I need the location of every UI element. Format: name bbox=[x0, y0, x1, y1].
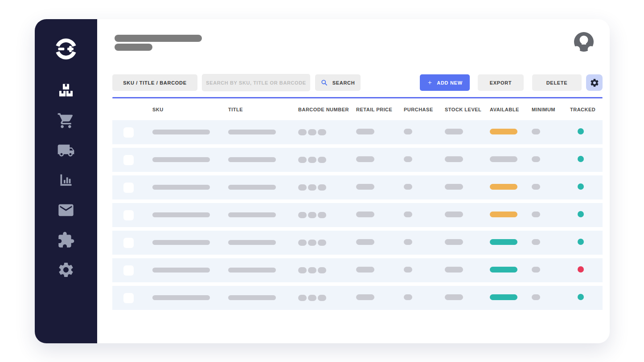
stock-level-placeholder bbox=[445, 267, 463, 273]
sidebar-item-messages[interactable] bbox=[57, 201, 75, 220]
retail-price-placeholder bbox=[356, 294, 374, 300]
sku-placeholder bbox=[152, 240, 210, 245]
title-placeholder bbox=[228, 157, 276, 162]
retail-price-placeholder bbox=[356, 156, 374, 162]
search-input[interactable] bbox=[202, 74, 310, 91]
retail-price-placeholder bbox=[356, 239, 374, 245]
barcode-placeholder bbox=[298, 157, 356, 163]
sidebar-item-settings[interactable] bbox=[57, 260, 75, 279]
row-checkbox[interactable] bbox=[123, 238, 134, 248]
title-placeholder bbox=[228, 240, 276, 245]
table-row[interactable] bbox=[112, 203, 603, 227]
subtitle-placeholder-bar bbox=[115, 44, 152, 51]
toolbar: SKU / TITLE / BARCODE SEARCH ADD NEW EXP… bbox=[112, 74, 603, 91]
purchase-placeholder bbox=[404, 184, 412, 190]
sku-placeholder bbox=[152, 268, 210, 273]
gear-icon bbox=[590, 78, 599, 88]
search-button[interactable]: SEARCH bbox=[315, 74, 361, 91]
minimum-placeholder bbox=[532, 239, 540, 245]
column-header: TRACKED bbox=[570, 107, 603, 112]
row-checkbox[interactable] bbox=[123, 183, 134, 193]
row-checkbox[interactable] bbox=[123, 127, 134, 138]
available-level-bar bbox=[490, 294, 517, 300]
cart-icon bbox=[57, 112, 75, 130]
stock-level-placeholder bbox=[445, 294, 463, 300]
filter-type-dropdown[interactable]: SKU / TITLE / BARCODE bbox=[112, 74, 197, 91]
sidebar-item-orders[interactable] bbox=[57, 111, 75, 130]
row-checkbox[interactable] bbox=[123, 265, 134, 276]
tracked-status-dot bbox=[578, 266, 584, 273]
row-checkbox[interactable] bbox=[123, 210, 134, 220]
tracked-status-dot bbox=[578, 156, 584, 162]
row-checkbox[interactable] bbox=[123, 155, 134, 165]
minimum-placeholder bbox=[532, 212, 540, 217]
stock-level-placeholder bbox=[445, 212, 463, 217]
barcode-placeholder bbox=[298, 184, 356, 191]
table-body bbox=[112, 120, 603, 310]
tracked-status-dot bbox=[578, 128, 584, 134]
table-settings-button[interactable] bbox=[586, 74, 603, 91]
barcode-placeholder bbox=[298, 267, 356, 273]
bar-chart-icon bbox=[57, 171, 75, 189]
export-button[interactable]: EXPORT bbox=[478, 74, 524, 91]
sidebar-item-integrations[interactable] bbox=[57, 231, 75, 249]
available-level-bar bbox=[490, 239, 517, 245]
user-avatar[interactable] bbox=[573, 31, 595, 53]
mail-icon bbox=[57, 201, 75, 219]
table-row[interactable] bbox=[112, 148, 603, 172]
truck-icon bbox=[57, 142, 75, 159]
sidebar-item-reports[interactable] bbox=[57, 171, 75, 190]
minimum-placeholder bbox=[532, 156, 540, 162]
minimum-placeholder bbox=[532, 294, 540, 300]
barcode-placeholder bbox=[298, 240, 356, 246]
retail-price-placeholder bbox=[356, 129, 374, 134]
table-row[interactable] bbox=[112, 231, 603, 255]
column-header: AVAILABLE bbox=[490, 107, 532, 112]
main-content: SKU / TITLE / BARCODE SEARCH ADD NEW EXP… bbox=[97, 19, 611, 343]
column-header: PURCHASE bbox=[404, 107, 445, 112]
delete-button[interactable]: DELETE bbox=[532, 74, 582, 91]
available-level-bar bbox=[490, 129, 517, 134]
filter-type-label: SKU / TITLE / BARCODE bbox=[123, 80, 186, 85]
title-placeholder bbox=[228, 295, 276, 300]
table-row[interactable] bbox=[112, 175, 603, 199]
sync-adjust-logo-icon bbox=[53, 36, 79, 62]
barcode-placeholder bbox=[298, 212, 356, 218]
column-header: SKU bbox=[152, 107, 228, 112]
sidebar-item-shipping[interactable] bbox=[57, 141, 75, 160]
available-level-bar bbox=[490, 156, 517, 162]
tracked-status-dot bbox=[578, 183, 584, 190]
sidebar bbox=[35, 19, 97, 343]
title-placeholder bbox=[228, 212, 276, 217]
purchase-placeholder bbox=[404, 294, 412, 300]
purchase-placeholder bbox=[404, 267, 412, 273]
minimum-placeholder bbox=[532, 184, 540, 190]
minimum-placeholder bbox=[532, 129, 540, 134]
column-header: RETAIL PRICE bbox=[356, 107, 404, 112]
stock-level-placeholder bbox=[445, 156, 463, 162]
app-window: SKU / TITLE / BARCODE SEARCH ADD NEW EXP… bbox=[35, 19, 610, 343]
purchase-placeholder bbox=[404, 239, 412, 245]
available-level-bar bbox=[490, 267, 517, 273]
add-new-button[interactable]: ADD NEW bbox=[420, 74, 470, 91]
table-row[interactable] bbox=[112, 286, 603, 310]
title-placeholder bbox=[228, 130, 276, 134]
table-row[interactable] bbox=[112, 120, 603, 144]
page-title-placeholder bbox=[115, 35, 202, 53]
column-header: STOCK LEVEL bbox=[445, 107, 490, 112]
row-checkbox[interactable] bbox=[123, 293, 134, 303]
barcode-placeholder bbox=[298, 129, 356, 135]
sidebar-item-inventory[interactable] bbox=[57, 81, 75, 100]
column-header: MINIMUM bbox=[532, 107, 570, 112]
sku-placeholder bbox=[152, 157, 210, 162]
retail-price-placeholder bbox=[356, 212, 374, 217]
gear-icon bbox=[57, 261, 75, 279]
retail-price-placeholder bbox=[356, 267, 374, 273]
sku-placeholder bbox=[152, 130, 210, 134]
column-header: TITLE bbox=[228, 107, 298, 112]
purchase-placeholder bbox=[404, 212, 412, 217]
table-row[interactable] bbox=[112, 258, 603, 282]
add-new-label: ADD NEW bbox=[437, 80, 462, 85]
search-button-label: SEARCH bbox=[332, 80, 355, 85]
sidebar-nav bbox=[57, 81, 75, 279]
